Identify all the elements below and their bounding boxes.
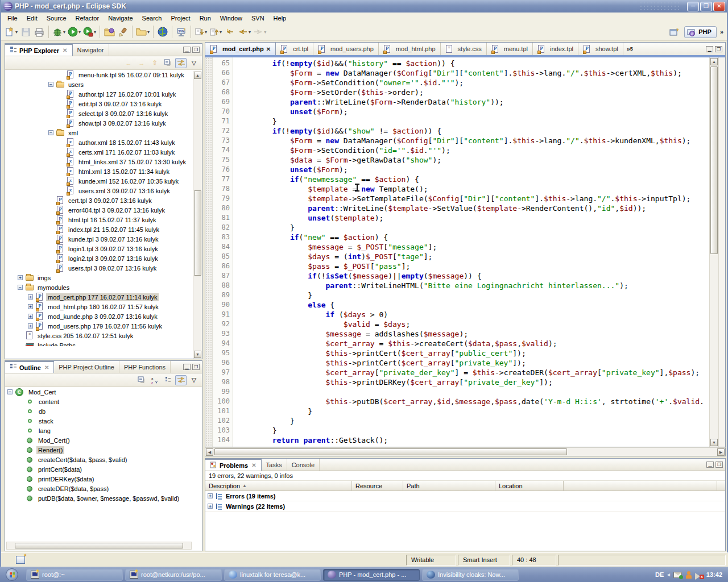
explorer-tab-navigator[interactable]: Navigator	[73, 44, 109, 56]
perspective-overflow-chevron[interactable]: »	[720, 28, 723, 35]
editor-hscroll-left-arrow[interactable]: ◀	[206, 448, 213, 456]
new-wizard-button[interactable]: ▾	[3, 25, 19, 39]
outline-tree-item[interactable]: lang	[5, 426, 202, 435]
expand-box-icon[interactable]: +	[208, 493, 213, 498]
expand-box-icon[interactable]: +	[18, 275, 23, 280]
taskbar-task-eclipse[interactable]: PHP - mod_cert.php - ...	[323, 569, 420, 581]
explorer-tree-item[interactable]: Perror404.tpl 3 09.02.07 13:16 kulyk	[5, 205, 202, 215]
editor-scroll-up-arrow[interactable]: ▲	[710, 58, 718, 65]
code-line[interactable]: }	[237, 223, 709, 232]
menu-help[interactable]: Help	[269, 14, 291, 23]
new-dropdown-arrow[interactable]: ▾	[15, 30, 18, 35]
debug-button[interactable]: ▾	[51, 25, 67, 39]
expand-box-icon[interactable]: +	[28, 304, 33, 309]
annotate-brush-button[interactable]	[116, 25, 130, 39]
code-line[interactable]: return parent::GetStack();	[237, 435, 709, 445]
code-line[interactable]: $Form->SetCondition("id='".$id."'");	[237, 146, 709, 155]
code-line[interactable]: }	[237, 406, 709, 416]
run-button[interactable]: ▾	[67, 25, 82, 39]
outline-tree-item[interactable]: createDER($data, $pass)	[5, 484, 202, 493]
previous-annotation-dropdown-arrow[interactable]: ▾	[220, 30, 222, 35]
tab-close-icon[interactable]: ✕	[44, 364, 49, 371]
menu-edit[interactable]: Edit	[22, 14, 42, 23]
code-line[interactable]: parent::WriteLine($template->SetValue($t…	[237, 203, 709, 213]
editor-maximize-button[interactable]: ❒	[715, 46, 722, 52]
editor-hscroll-thumb[interactable]	[214, 448, 567, 455]
explorer-back-icon[interactable]: ←	[123, 58, 134, 68]
code-line[interactable]: $this->putDB($cert_array,$id,$message,$p…	[237, 397, 709, 406]
keyboard-language-indicator[interactable]: DE	[655, 571, 664, 578]
column-header-path[interactable]: Path	[403, 481, 495, 490]
editor-tab-mod_html-php[interactable]: Pmod_html.php	[379, 43, 441, 55]
explorer-tree-item[interactable]: +Pmod_kunde.php 3 09.02.07 13:16 kulyk	[5, 311, 202, 321]
code-line[interactable]: }	[237, 416, 709, 426]
open-perspective-button[interactable]	[667, 25, 681, 39]
explorer-tree-item[interactable]: +Pmod_cert.php 177 16.02.07 11:14 kulyk	[5, 292, 202, 302]
view-maximize-button[interactable]: ❒	[715, 462, 723, 468]
collapse-box-icon[interactable]: −	[48, 130, 53, 135]
outline-hscroll-thumb[interactable]	[15, 543, 183, 548]
print-button[interactable]	[32, 25, 46, 39]
explorer-tree-item[interactable]: Pshow.tpl 3 09.02.07 13:16 kulyk	[5, 118, 202, 128]
explorer-view-menu-icon[interactable]: ▽	[188, 58, 200, 68]
overview-ruler[interactable]	[718, 57, 725, 447]
explorer-tree-item[interactable]: Pusers.tpl 3 09.02.07 13:16 kulyk	[5, 263, 202, 273]
editor-scroll-thumb[interactable]	[710, 66, 718, 254]
explorer-tree-item[interactable]: Pmenu-funk.tpl 95 16.02.07 09:11 kulyk	[5, 70, 202, 80]
menu-navigate[interactable]: Navigate	[104, 14, 137, 23]
view-minimize-button[interactable]: ▁	[183, 364, 191, 370]
explorer-tree-item[interactable]: xcerts.xml 171 16.02.07 11:03 kulyk	[5, 147, 202, 157]
code-line[interactable]: }	[237, 445, 709, 447]
volume-muted-tray-icon[interactable]	[695, 571, 703, 578]
code-line[interactable]: parent::WriteLine($Form->RenderData("his…	[237, 97, 709, 107]
filter-fields-icon[interactable]	[162, 375, 173, 385]
code-line[interactable]: $cert_array = $this->createCert($data,$p…	[237, 339, 709, 348]
menu-window[interactable]: Window	[216, 14, 247, 23]
outline-tree-item[interactable]: createCert($data, $pass, $valid)	[5, 455, 202, 464]
code-line[interactable]: $days = (int)$_POST["tage"];	[237, 252, 709, 261]
explorer-tree-item[interactable]: Pkunde.tpl 3 09.02.07 13:16 kulyk	[5, 234, 202, 244]
column-header-description[interactable]: Description▲	[205, 481, 352, 490]
start-button[interactable]	[6, 568, 18, 581]
minimize-button[interactable]: ─	[687, 2, 699, 11]
code-line[interactable]: $pass = $_POST["pass"];	[237, 261, 709, 271]
code-line[interactable]: else {	[237, 300, 709, 310]
code-line[interactable]: if ($days > 0)	[237, 310, 709, 319]
view-maximize-button[interactable]: ❒	[192, 364, 200, 370]
outline-tree-item[interactable]: −CMod_Cert	[5, 387, 202, 397]
editor-tab-menu-tpl[interactable]: Pmenu.tpl	[487, 43, 533, 55]
menu-source[interactable]: Source	[42, 14, 71, 23]
editor-tab-close-icon[interactable]: ✕	[266, 46, 271, 52]
explorer-tree-item[interactable]: −users	[5, 80, 202, 89]
code-line[interactable]: $this->printCert($cert_array["private_ke…	[237, 358, 709, 368]
code-line[interactable]: $this->printDERKey($cert_array["private_…	[237, 377, 709, 387]
run-dropdown-arrow[interactable]: ▾	[78, 30, 81, 35]
menu-refactor[interactable]: Refactor	[71, 14, 104, 23]
collapse-box-icon[interactable]: −	[18, 285, 23, 290]
menu-file[interactable]: File	[3, 14, 22, 23]
code-line[interactable]: $template->SetTemplateFile($Config["Dir"…	[237, 194, 709, 203]
menu-project[interactable]: Project	[166, 14, 195, 23]
explorer-tab-php-explorer[interactable]: PHP Explorer✕	[5, 44, 73, 56]
profile-dropdown-arrow[interactable]: ▾	[94, 30, 96, 35]
back-button[interactable]: ▾	[237, 25, 252, 39]
view-maximize-button[interactable]: ❒	[192, 47, 200, 53]
close-button[interactable]: ✕	[713, 2, 725, 11]
outline-view-menu-icon[interactable]: ▽	[188, 375, 200, 385]
new-folder-button[interactable]: ▾	[135, 25, 151, 39]
code-line[interactable]: $cert_array["private_der_key"] = $this->…	[237, 368, 709, 377]
outline-collapse-all-icon[interactable]	[136, 375, 147, 385]
code-line[interactable]: $valid = $days;	[237, 319, 709, 329]
outline-tree-item[interactable]: stack	[5, 416, 202, 426]
editor-tab-crt-tpl[interactable]: Pcrt.tpl	[276, 43, 313, 55]
code-area[interactable]: if(!empty($id)&&("history" == $action)) …	[233, 57, 709, 447]
code-line[interactable]: }	[237, 290, 709, 300]
editor-tab-mod_users-php[interactable]: Pmod_users.php	[313, 43, 379, 55]
taskbar-task-terminal[interactable]: root@netkuro:/usr/po...	[125, 569, 222, 581]
outline-tree-item[interactable]: db	[5, 406, 202, 416]
code-line[interactable]: $message = $_POST["message"];	[237, 242, 709, 252]
code-line[interactable]: $Form = new DataManager($Config["Dir"]["…	[237, 136, 709, 146]
fast-view-icon[interactable]	[16, 556, 25, 564]
outline-tab-outline[interactable]: Outline✕	[5, 361, 54, 373]
explorer-tree-item[interactable]: +Pmod_users.php 179 16.02.07 11:56 kulyk	[5, 321, 202, 331]
